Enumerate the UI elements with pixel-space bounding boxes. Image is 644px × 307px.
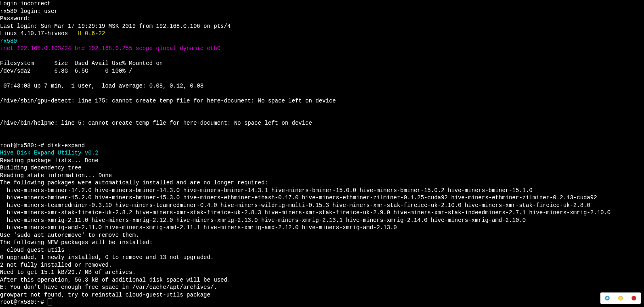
apt-error-line: E: You don't have enough free space in /… (0, 284, 217, 290)
version-text: H 0.6-22 (78, 30, 105, 37)
system-tray (600, 292, 641, 304)
package-list-line: hive-miners-bminer-14.2.0 hive-miners-bm… (0, 187, 533, 194)
df-row: /dev/sda2 6.8G 6.5G 0 100% / (0, 68, 132, 74)
apt-line: Reading state information... Done (0, 172, 112, 179)
apt-line: Use 'sudo apt autoremove' to remove them… (0, 232, 139, 238)
prompt-line: root@rx580:~# disk-expand (0, 142, 85, 149)
apt-summary-line: After this operation, 56.3 kB of additio… (0, 277, 231, 283)
apt-summary-line: Need to get 15.1 kB/29.7 MB of archives. (0, 269, 136, 276)
package-list-line: hive-miners-xmr-stak-fireice-uk-2.8.2 hi… (0, 209, 610, 216)
svg-point-2 (631, 296, 636, 301)
tray-arrow-icon[interactable] (604, 295, 610, 301)
df-header: Filesystem Size Used Avail Use% Mounted … (0, 60, 163, 67)
apt-summary-line: 0 upgraded, 1 newly installed, 0 to remo… (0, 254, 214, 261)
hostname-text: rx580 (0, 38, 17, 44)
package-list-line: hive-miners-xmrig-2.11.0 hive-miners-xmr… (0, 217, 526, 223)
apt-line: The following NEW packages will be insta… (0, 239, 153, 246)
text-line: Login incorrect (0, 0, 51, 7)
text-line: rx580 login: user (0, 8, 58, 15)
text-line: Password: (0, 15, 31, 22)
uptime-line: 07:43:03 up 7 min, 1 user, load average:… (0, 83, 203, 89)
package-list-line: hive-miners-teamredminer-0.3.10 hive-min… (0, 202, 590, 209)
inet-line: inet 192.168.0.103/24 brd 192.168.0.255 … (0, 45, 220, 52)
growpart-error-line: growpart not found, try to reinstall clo… (0, 292, 210, 298)
prompt-line[interactable]: root@rx580:~# (0, 299, 52, 305)
terminal-output[interactable]: Login incorrect rx580 login: user Passwo… (0, 0, 644, 306)
cursor-icon (48, 299, 52, 305)
apt-summary-line: 2 not fully installed or removed. (0, 262, 112, 268)
text-line: Linux 4.10.17-hiveos H 0.6-22 (0, 30, 105, 37)
apt-line: Reading package lists... Done (0, 157, 99, 164)
apt-line: The following packages were automaticall… (0, 180, 268, 186)
tray-red-icon[interactable] (631, 295, 637, 301)
package-new-line: cloud-guest-utils (0, 247, 65, 253)
error-line: /hive/bin/helpme: line 5: cannot create … (0, 120, 312, 126)
text-line: Last login: Sun Mar 17 19:29:19 MSK 2019… (0, 23, 231, 29)
package-list-line: hive-miners-bminer-15.2.0 hive-miners-bm… (0, 194, 597, 201)
error-line: /hive/sbin/gpu-detect: line 175: cannot … (0, 98, 336, 104)
apt-line: Building dependency tree (0, 165, 82, 171)
utility-title: Hive Disk Expand Utility v0.2 (0, 150, 99, 156)
package-list-line: hive-miners-xmrig-amd-2.11.0 hive-miners… (0, 224, 397, 231)
tray-globe-icon[interactable] (618, 295, 623, 301)
